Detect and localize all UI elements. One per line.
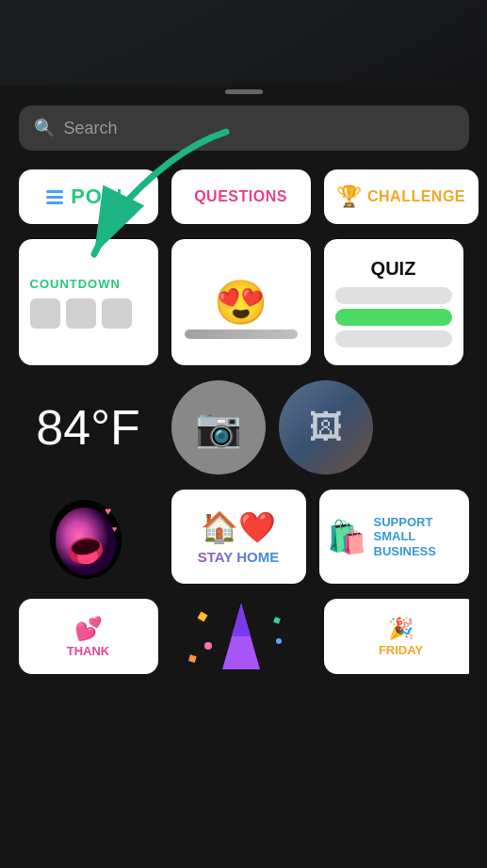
quiz-option-3 <box>335 330 452 347</box>
birthday-sticker[interactable] <box>171 599 311 674</box>
mouth-sticker[interactable]: ♥ ♥ <box>19 490 158 584</box>
temperature-label: 84°F <box>36 399 139 456</box>
sticker-row-2: COUNTDOWN 😍 QUIZ <box>19 239 469 365</box>
photo-placeholder: 🖼 <box>279 380 373 474</box>
stay-home-icon: 🏠❤️ <box>201 509 276 545</box>
camera-icon: 📷 <box>195 406 242 450</box>
search-bar[interactable]: 🔍 Search <box>19 105 469 151</box>
main-container: 🔍 Search POLL QUESTIONS <box>0 0 487 868</box>
stay-home-sticker[interactable]: 🏠❤️ STAY HOME <box>171 490 306 584</box>
photo-sticker[interactable]: 🖼 <box>279 380 373 474</box>
search-icon: 🔍 <box>34 118 55 138</box>
poll-label: POLL <box>71 185 130 209</box>
sticker-row-1: POLL QUESTIONS 🏆 CHALLENGE <box>19 169 469 224</box>
poll-lines-icon <box>46 190 63 204</box>
trophy-icon: 🏆 <box>336 185 362 209</box>
emoji-slider-inner: 😍 <box>171 239 311 365</box>
quiz-sticker[interactable]: QUIZ <box>324 239 463 365</box>
countdown-block-3 <box>102 298 132 329</box>
svg-text:♥: ♥ <box>105 505 111 518</box>
sticker-grid: POLL QUESTIONS 🏆 CHALLENGE COUNTDOWN <box>19 169 469 674</box>
friday-sticker[interactable]: 🎉 FRIDAY <box>324 599 469 674</box>
slider-track <box>185 330 298 339</box>
camera-sticker[interactable]: 📷 <box>171 380 266 474</box>
stay-home-label: STAY HOME <box>198 549 279 565</box>
questions-sticker[interactable]: QUESTIONS <box>171 169 311 224</box>
challenge-sticker[interactable]: 🏆 CHALLENGE <box>324 169 479 224</box>
questions-label: QUESTIONS <box>194 188 287 205</box>
quiz-label: QUIZ <box>335 258 452 280</box>
emoji-slider-sticker[interactable]: 😍 <box>171 239 311 365</box>
thank-heart-icon: 💕 <box>74 616 103 642</box>
thank-sticker[interactable]: 💕 THANK <box>19 599 158 674</box>
svg-text:♥: ♥ <box>112 524 117 534</box>
countdown-sticker[interactable]: COUNTDOWN <box>19 239 158 365</box>
small-business-icon: 🛍️ <box>327 518 366 555</box>
quiz-option-2-selected <box>335 309 452 326</box>
quiz-options <box>335 287 452 347</box>
search-placeholder: Search <box>64 119 118 138</box>
mouth-svg: ♥ ♥ <box>37 490 140 584</box>
friday-label: FRIDAY <box>379 643 423 657</box>
temperature-sticker[interactable]: 84°F <box>19 380 158 474</box>
small-business-label: SUPPORT SMALL BUSINESS <box>374 515 462 559</box>
countdown-label: COUNTDOWN <box>30 277 121 291</box>
countdown-block-1 <box>30 298 60 329</box>
svg-point-14 <box>276 638 282 644</box>
pull-bar[interactable] <box>225 89 263 94</box>
svg-point-13 <box>204 642 212 650</box>
birthday-svg <box>180 599 302 674</box>
sticker-row-3: 84°F 📷 🖼 <box>19 380 469 474</box>
sticker-row-4: ♥ ♥ 🏠❤️ STAY HOME 🛍️ SUP <box>19 490 469 584</box>
friday-icon: 🎉 <box>388 617 414 641</box>
countdown-block-2 <box>66 298 96 329</box>
challenge-label: CHALLENGE <box>367 188 465 205</box>
small-business-sticker[interactable]: 🛍️ SUPPORT SMALL BUSINESS <box>319 490 469 584</box>
emoji-face: 😍 <box>214 277 268 328</box>
countdown-blocks <box>30 298 132 329</box>
poll-sticker[interactable]: POLL <box>19 169 158 224</box>
photo-icon: 🖼 <box>309 408 343 447</box>
quiz-option-1 <box>335 287 452 304</box>
thank-label: THANK <box>67 644 110 658</box>
sticker-row-5: 💕 THANK 🎉 <box>19 599 469 674</box>
